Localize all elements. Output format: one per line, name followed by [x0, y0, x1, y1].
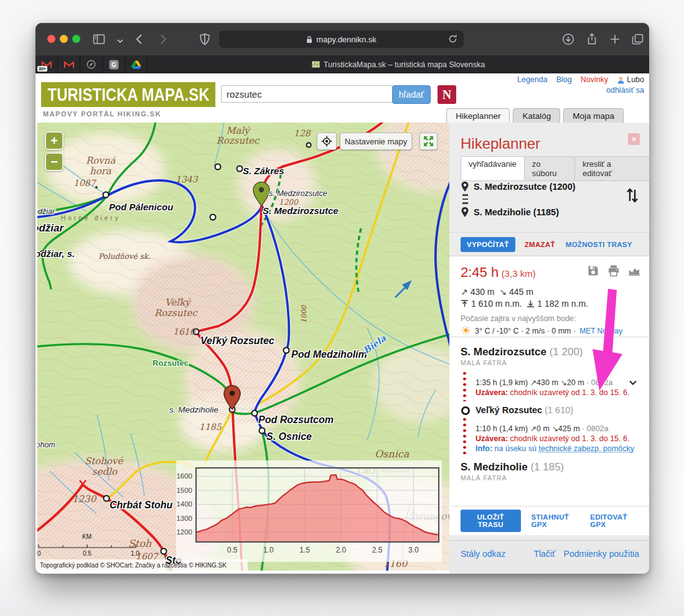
locate-button[interactable]: [317, 133, 337, 150]
route-summary: 2:45 h (3,3 km) ↗ 430 m ↘ 445 m: [449, 256, 649, 337]
svg-text:Pod Medziholím: Pod Medziholím: [291, 349, 367, 360]
route-time: 2:45 h: [461, 264, 499, 280]
map-settings-button[interactable]: Nastavenie mapy: [340, 133, 412, 150]
url-text: mapy.dennikn.sk: [316, 35, 377, 44]
close-window-button[interactable]: [47, 35, 55, 43]
swap-waypoints-icon[interactable]: [625, 187, 639, 203]
sidebar-icon[interactable]: [92, 32, 106, 46]
waypoint-end[interactable]: S. Medziholie (1185): [461, 207, 640, 218]
svg-text:Horné diery: Horné diery: [61, 215, 121, 222]
detail-heading-start: S. Medzirozsutce (1 200): [461, 346, 639, 358]
print-icon[interactable]: [607, 264, 620, 277]
logout-link[interactable]: odhlásiť sa: [606, 86, 644, 95]
subtab-from-file[interactable]: zo súboru: [524, 156, 575, 181]
segment-1: 1:35 h (1,9 km) ↗430 m ↘20 m · 0802a Uzá…: [461, 369, 639, 401]
user-name: Lubo: [627, 75, 644, 84]
privacy-shield-icon[interactable]: [198, 32, 212, 46]
svg-text:1400: 1400: [176, 500, 192, 508]
svg-text:Stoh: Stoh: [128, 538, 152, 549]
pin-icon: [461, 207, 469, 218]
blog-link[interactable]: Blog: [556, 75, 572, 84]
user-menu[interactable]: Lubo: [617, 75, 644, 84]
novinky-link[interactable]: Novinky: [581, 75, 608, 84]
elevation-chart[interactable]: 120013001400150016000.51.01.52.02.53.0: [176, 460, 442, 562]
search-input[interactable]: [221, 85, 393, 103]
minimize-window-button[interactable]: [60, 35, 68, 43]
save-route-icon[interactable]: [587, 264, 599, 277]
weather-source-link[interactable]: MET Norway: [579, 327, 622, 335]
descent-value: 445 m: [509, 287, 533, 297]
google-drive-icon[interactable]: [125, 55, 148, 73]
tab-title: TuristickaMapa.sk – turistická mapa Slov…: [324, 60, 485, 69]
map-favicon-icon: [312, 61, 320, 68]
download-gpx-button[interactable]: STIAHNUŤ GPX: [532, 513, 580, 528]
edit-gpx-button[interactable]: EDITOVAŤ GPX: [590, 513, 638, 528]
svg-text:1610: 1610: [173, 327, 196, 337]
gmail-icon[interactable]: [58, 55, 80, 73]
forward-icon[interactable]: [156, 32, 169, 46]
svg-text:tohom: tohom: [37, 441, 55, 449]
svg-text:1343: 1343: [176, 174, 199, 184]
subtab-draw-edit[interactable]: kresliť a editovať: [574, 156, 649, 181]
svg-text:odžiar: odžiar: [37, 207, 55, 216]
print-link[interactable]: Tlačiť: [533, 549, 555, 574]
zoom-window-button[interactable]: [72, 35, 80, 43]
share-icon[interactable]: [585, 32, 599, 46]
dennikn-logo[interactable]: N: [438, 85, 456, 104]
zoom-in-button[interactable]: +: [45, 131, 63, 150]
downloads-icon[interactable]: [561, 32, 575, 46]
svg-text:1500: 1500: [176, 487, 192, 494]
segment-2-stats: 1:10 h (1,4 km) ↗0 m ↘425 m · 0802a: [476, 424, 639, 434]
weather-label: Počasie zajtra v najvyššom bode:: [461, 314, 639, 323]
profile-chart-icon[interactable]: [628, 264, 640, 277]
compute-route-button[interactable]: VYPOČÍTAŤ: [461, 237, 515, 252]
svg-text:s. Medzirozsutce: s. Medzirozsutce: [269, 189, 327, 198]
detail-region: MALÁ FATRA: [461, 359, 639, 366]
svg-text:S. Medzirozsutce: S. Medzirozsutce: [263, 205, 339, 216]
svg-text:Stohové: Stohové: [85, 455, 124, 467]
new-tab-icon[interactable]: [608, 32, 622, 46]
back-icon[interactable]: [133, 32, 147, 46]
save-route-button[interactable]: ULOŽIŤ TRASU: [461, 510, 521, 532]
search-button[interactable]: hľadať: [392, 85, 431, 104]
terms-link[interactable]: Podmienky použitia: [564, 549, 639, 574]
svg-text:1300: 1300: [176, 515, 192, 522]
zo om-out-button[interactable]: −: [45, 152, 63, 171]
tab-strip: 30+ G TuristickaMapa.sk – turistická map…: [35, 55, 649, 73]
reload-icon[interactable]: [447, 34, 458, 44]
svg-text:odžiar: odžiar: [37, 222, 64, 234]
technical-aids-link[interactable]: technické zabezp. pomôcky: [538, 444, 634, 453]
permalink-link[interactable]: Stály odkaz: [461, 549, 505, 574]
svg-text:1.0: 1.0: [263, 546, 274, 554]
g-letter-icon[interactable]: G: [103, 55, 125, 73]
route-metrics: ↗ 430 m ↘ 445 m 1 610 m n.m. 1 182 m n.m…: [461, 286, 639, 310]
clear-route-button[interactable]: ZMAZAŤ: [525, 241, 555, 248]
max-elevation-value: 1 610 m n.m.: [471, 299, 522, 309]
chevron-down-icon[interactable]: [116, 36, 124, 44]
tab-moja-mapa[interactable]: Moja mapa: [563, 108, 624, 123]
svg-text:Poludňové sk.: Poludňové sk.: [98, 252, 151, 261]
url-bar[interactable]: mapy.dennikn.sk: [219, 30, 464, 48]
route-save-actions: ULOŽIŤ TRASU STIAHNUŤ GPX EDITOVAŤ GPX: [449, 506, 649, 535]
svg-text:Chrbát Stohu: Chrbát Stohu: [110, 500, 173, 510]
route-options-button[interactable]: MOŽNOSTI TRASY: [566, 241, 632, 248]
site-logo[interactable]: TURISTICKA MAPA.SK: [41, 82, 215, 107]
compass-icon[interactable]: [80, 55, 103, 73]
fullscreen-button[interactable]: [419, 133, 438, 150]
waypoint-end-label: S. Medziholie (1185): [474, 207, 559, 217]
topo-map[interactable]: MalýRozsutec128S. Zákres1343Rovnáhora108…: [37, 123, 449, 571]
legenda-link[interactable]: Legenda: [517, 75, 548, 84]
tab-overview-icon[interactable]: [631, 32, 645, 46]
active-tab[interactable]: TuristickaMapa.sk – turistická mapa Slov…: [148, 55, 649, 73]
close-panel-button[interactable]: ×: [628, 133, 640, 145]
tab-hikeplanner[interactable]: Hikeplanner: [446, 108, 510, 123]
waypoint-start[interactable]: S. Medzirozsutce (1200): [461, 181, 640, 192]
expand-segment-icon[interactable]: [628, 378, 638, 388]
ascent-icon: ↗: [461, 287, 468, 297]
gmail-badged-icon[interactable]: 30+: [35, 55, 58, 73]
tab-katalog[interactable]: Katalóg: [513, 108, 560, 123]
svg-text:2.0: 2.0: [335, 546, 346, 554]
subtab-search[interactable]: vyhľadávanie: [461, 156, 525, 181]
svg-text:Rozsutec: Rozsutec: [217, 135, 260, 146]
svg-text:Veľký: Veľký: [165, 297, 192, 308]
